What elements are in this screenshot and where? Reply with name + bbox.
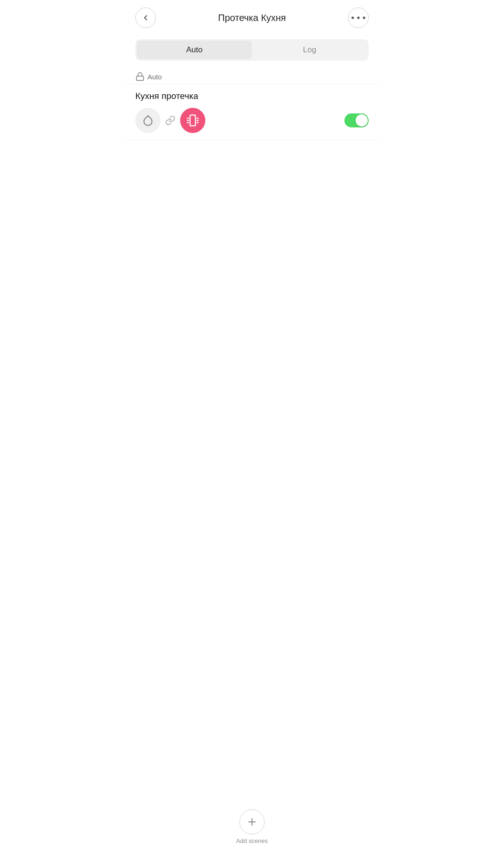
header: Протечка Кухня [126, 0, 378, 35]
toggle-track [344, 113, 369, 127]
automation-toggle[interactable] [344, 113, 369, 127]
section-label: Auto [147, 73, 162, 81]
svg-point-2 [363, 16, 365, 19]
back-button[interactable] [135, 7, 156, 28]
lock-icon [135, 72, 145, 81]
water-drop-icon [142, 114, 154, 126]
tab-log[interactable]: Log [252, 41, 367, 59]
tab-bar: Auto Log [135, 39, 369, 61]
tab-auto[interactable]: Auto [137, 41, 252, 59]
add-scenes-container[interactable]: Add scenes [236, 809, 268, 844]
condition-icon[interactable] [135, 108, 161, 133]
svg-point-0 [351, 16, 354, 19]
toggle-thumb [356, 114, 368, 126]
svg-rect-4 [190, 115, 196, 126]
automation-icons [135, 108, 205, 133]
more-button[interactable] [348, 7, 369, 28]
automation-card: Кухня протечка [126, 84, 378, 140]
action-icon[interactable] [180, 108, 205, 133]
add-scenes-label: Add scenes [236, 837, 268, 844]
ellipsis-icon [349, 8, 368, 28]
automation-title: Кухня протечка [135, 91, 369, 101]
phone-vibrate-icon [186, 114, 199, 127]
add-scenes-circle [239, 809, 265, 835]
svg-rect-3 [137, 76, 144, 80]
chevron-left-icon [141, 14, 150, 22]
automation-row [135, 108, 369, 133]
section-header: Auto [126, 68, 378, 84]
link-icon [165, 115, 175, 126]
svg-point-1 [357, 16, 359, 19]
page-title: Протечка Кухня [156, 13, 348, 23]
plus-icon [246, 816, 258, 828]
